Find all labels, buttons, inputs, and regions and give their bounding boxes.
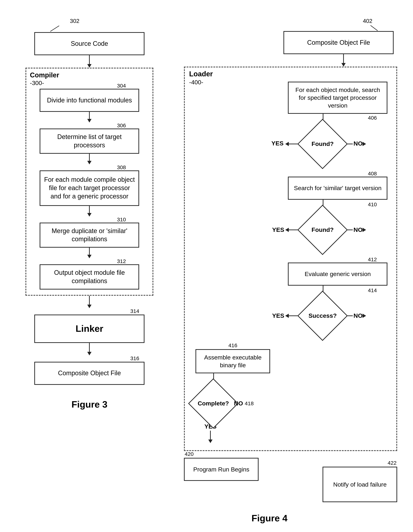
ref-418: 418 (245, 400, 254, 406)
success-diamond: Success? (303, 296, 342, 335)
linker-box: Linker (34, 314, 145, 343)
ref-306: 306 (117, 123, 126, 129)
arrow-compiler-to-linker (87, 296, 91, 308)
determine-list-box: Determine list of target processors (40, 129, 139, 154)
ref-420: 420 (185, 451, 194, 457)
ref-308: 308 (117, 164, 126, 171)
found2-text: Found? (312, 226, 334, 233)
compiler-dashed-box: Compiler -300- 304 Divide into functiona… (25, 68, 153, 296)
evaluate-generic-box: Evaluate generic version (288, 263, 387, 286)
yes3-label: YES (272, 312, 284, 319)
no1-label: NO (354, 140, 363, 147)
ref-406: 406 (368, 115, 377, 121)
ref-422: 422 (388, 460, 396, 466)
ref-414: 414 (368, 287, 377, 296)
complete-diamond: Complete? (194, 384, 233, 423)
ref-302: 302 (70, 18, 79, 24)
ref-410: 410 (368, 201, 377, 210)
ref-408: 408 (368, 171, 377, 176)
composite-box-fig4-top: Composite Object File (284, 31, 394, 54)
figure4-column: 402 Composite Object File (175, 11, 406, 523)
assemble-binary-box: Assemble executable binary file (196, 349, 270, 373)
for-each-module-box: For each module compile object file for … (40, 171, 139, 206)
search-text-label: For each object module, search for speci… (292, 86, 383, 110)
source-code-label: Source Code (71, 40, 108, 48)
merge-duplicate-label: Merge duplicate or 'similar' compilation… (44, 227, 135, 244)
composite-label-fig3: Composite Object File (58, 369, 121, 377)
output-object-label: Output object module file compilations (44, 269, 135, 285)
compiler-label: Compiler -300- (30, 71, 59, 87)
found2-diamond: Found? (303, 210, 342, 249)
ref-312: 312 (117, 258, 126, 264)
assemble-binary-label: Assemble executable binary file (200, 353, 266, 369)
search-similar-label: Search for 'similar' target version (294, 184, 382, 192)
program-run-label: Program Run Begins (193, 466, 249, 473)
divide-modules-label: Divide into functional modules (47, 96, 132, 104)
source-code-box: Source Code (34, 32, 145, 55)
arrow-compile-to-merge (87, 206, 91, 217)
ref-402: 402 (363, 18, 372, 24)
complete-text: Complete? (198, 400, 229, 407)
composite-top-label: Composite Object File (307, 38, 370, 47)
arrow-source-to-compiler (87, 55, 91, 68)
yes2-label: YES (272, 226, 284, 233)
for-each-module-label: For each module compile object file for … (44, 176, 135, 200)
arrow-linker-to-composite (87, 343, 91, 355)
linker-label: Linker (76, 323, 103, 335)
found1-text: Found? (312, 140, 334, 147)
divide-modules-box: Divide into functional modules (40, 89, 139, 112)
arrow-composite-to-loader (341, 54, 346, 66)
ref-316: 316 (130, 355, 139, 361)
no4-label: NO (234, 400, 243, 407)
arrow-divide-to-determine (87, 112, 91, 123)
no2-label: NO (354, 226, 363, 233)
figure3-column: 302 Source Code Compiler (7, 11, 175, 523)
loader-dashed-box: Loader -400- For each object module, sea… (184, 66, 397, 451)
arrow-determine-to-compile (87, 154, 91, 164)
search-processor-box: For each object module, search for speci… (288, 82, 387, 114)
arrow-complete-to-run (208, 431, 213, 443)
svg-line-0 (50, 26, 59, 31)
ref-314: 314 (130, 308, 139, 314)
ref-304: 304 (117, 83, 126, 89)
output-object-box: Output object module file compilations (40, 264, 139, 290)
composite-box-fig3: Composite Object File (34, 362, 145, 385)
arrow-merge-to-output (87, 248, 91, 258)
search-similar-box: Search for 'similar' target version (288, 177, 387, 200)
svg-line-1 (371, 25, 378, 31)
determine-list-label: Determine list of target processors (44, 133, 135, 150)
found1-diamond: Found? (303, 124, 342, 163)
figure4-label: Figure 4 (251, 513, 287, 523)
no3-label: NO (354, 312, 363, 319)
loader-label: Loader -400- (189, 70, 213, 86)
ref-416: 416 (228, 342, 237, 348)
ref-310: 310 (117, 217, 126, 223)
notify-failure-label: Notify of load failure (333, 481, 387, 488)
yes1-label: YES (271, 140, 284, 147)
notify-failure-box: Notify of load failure (323, 467, 397, 502)
ref-412: 412 (368, 256, 377, 262)
merge-duplicate-box: Merge duplicate or 'similar' compilation… (40, 223, 139, 248)
figure3-label: Figure 3 (71, 399, 107, 410)
program-run-box: Program Run Begins (184, 458, 259, 481)
evaluate-generic-label: Evaluate generic version (305, 270, 371, 278)
success-text: Success? (308, 312, 337, 319)
